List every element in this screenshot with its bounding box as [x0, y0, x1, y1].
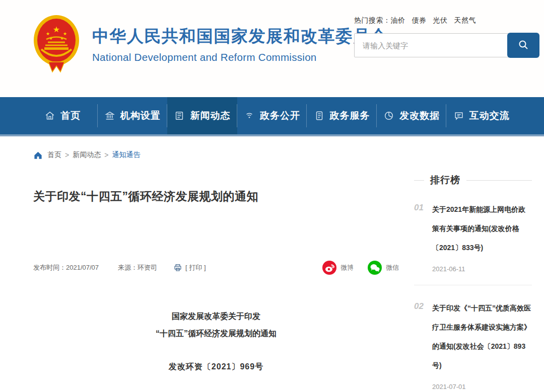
article-body: 国家发展改革委关于印发 “十四五”循环经济发展规划的通知 发改环资〔2021〕9… [33, 308, 399, 375]
page: ★ ★ ★ ★ ★ 中华人民共和国国家发展和改革委员会 National Dev… [0, 0, 544, 392]
ranking-item-date: 2021-07-01 [432, 383, 532, 390]
publish-time-label: 发布时间： [33, 264, 66, 271]
ranking-item-link[interactable]: 关于印发《“十四五”优质高效医疗卫生服务体系建设实施方案》的通知(发改社会〔20… [432, 298, 532, 375]
print-label: [ 打印 ] [185, 263, 206, 272]
nav-item-news[interactable]: 新闻动态 [167, 97, 237, 134]
breadcrumb-separator: > [104, 151, 108, 159]
breadcrumb-item-home[interactable]: 首页 [47, 150, 61, 160]
pie-chart-icon [383, 110, 394, 121]
weibo-icon [322, 261, 336, 275]
hot-search-link-pv[interactable]: 光伏 [433, 16, 448, 24]
search-input[interactable] [354, 33, 509, 57]
site-header: ★ ★ ★ ★ ★ 中华人民共和国国家发展和改革委员会 National Dev… [0, 0, 544, 97]
bank-icon [104, 110, 115, 121]
search-bar [354, 33, 539, 58]
page-title: 关于印发“十四五”循环经济发展规划的通知 [33, 189, 399, 204]
document-number: 发改环资〔2021〕969号 [33, 358, 399, 375]
print-button[interactable]: [ 打印 ] [173, 263, 206, 272]
site-title-en: National Development and Reform Commissi… [92, 51, 388, 63]
rank-number: 01 [414, 200, 432, 273]
publish-time-value: 2021/07/07 [66, 264, 99, 271]
hot-search-link-bond[interactable]: 债券 [412, 16, 427, 24]
site-titles: 中华人民共和国国家发展和改革委员会 National Development a… [92, 25, 388, 63]
nav-label: 首页 [60, 109, 81, 122]
article-meta: 发布时间：2021/07/07 来源：环资司 [ 打印 ] [33, 261, 399, 275]
breadcrumb-home-icon [33, 150, 43, 160]
nav-item-gov-disclosure[interactable]: 政务公开 [237, 97, 307, 134]
breadcrumb-separator: > [65, 151, 69, 159]
hot-search-link-gas[interactable]: 天然气 [454, 16, 477, 24]
breadcrumb-item-news[interactable]: 新闻动态 [73, 150, 101, 160]
source-label: 来源： [118, 264, 138, 271]
printer-icon [173, 263, 182, 272]
ranking-header: 排行榜 [414, 174, 532, 187]
nav-label: 互动交流 [469, 109, 510, 122]
article-body-line2: “十四五”循环经济发展规划的通知 [33, 325, 399, 342]
source: 来源：环资司 [118, 263, 157, 272]
article: 关于印发“十四五”循环经济发展规划的通知 发布时间：2021/07/07 来源：… [0, 163, 414, 375]
document-icon [314, 110, 325, 121]
rank-number: 02 [414, 298, 432, 390]
share-bar: 微博 微信 [308, 261, 399, 275]
publish-time: 发布时间：2021/07/07 [33, 263, 99, 272]
share-weibo-label: 微博 [341, 263, 354, 272]
nav-label: 政务公开 [260, 109, 300, 122]
national-emblem-logo[interactable]: ★ ★ ★ ★ ★ [31, 13, 82, 76]
national-emblem-icon: ★ ★ ★ ★ ★ [31, 67, 82, 76]
ranking-item-2: 02 关于印发《“十四五”优质高效医疗卫生服务体系建设实施方案》的通知(发改社会… [414, 285, 532, 392]
share-wechat-button[interactable]: 微信 [368, 261, 399, 275]
hot-search-label: 热门搜索： [354, 16, 391, 24]
nav-item-home[interactable]: 首页 [28, 97, 98, 134]
ranking-sidebar: 排行榜 01 关于2021年新能源上网电价政策有关事项的通知(发改价格〔2021… [414, 174, 544, 392]
wechat-icon [368, 261, 382, 275]
content: 关于印发“十四五”循环经济发展规划的通知 发布时间：2021/07/07 来源：… [0, 163, 544, 392]
news-icon [174, 110, 185, 121]
divider [414, 180, 424, 181]
nav-label: 发改数据 [399, 109, 440, 122]
home-icon [44, 110, 55, 121]
search-button[interactable] [507, 33, 539, 58]
ranking-item-date: 2021-06-11 [432, 265, 532, 273]
ranking-item-1: 01 关于2021年新能源上网电价政策有关事项的通知(发改价格〔2021〕833… [414, 187, 532, 285]
breadcrumb-item-notices[interactable]: 通知通告 [112, 150, 140, 160]
main-nav: 首页 机构设置 新闻动态 [0, 97, 544, 136]
nav-item-ndrc-data[interactable]: 发改数据 [377, 97, 447, 134]
breadcrumb: 首页 > 新闻动态 > 通知通告 [0, 136, 544, 163]
hot-search-bar: 热门搜索：油价债券光伏天然气 [354, 16, 539, 25]
ranking-title: 排行榜 [430, 174, 460, 187]
chat-icon [453, 110, 464, 121]
nav-item-gov-services[interactable]: 政务服务 [307, 97, 377, 134]
nav-label: 新闻动态 [190, 109, 230, 122]
share-weibo-button[interactable]: 微博 [322, 261, 354, 275]
site-title-zh: 中华人民共和国国家发展和改革委员会 [92, 25, 388, 48]
header-right: 热门搜索：油价债券光伏天然气 [354, 16, 539, 58]
ranking-item-link[interactable]: 关于2021年新能源上网电价政策有关事项的通知(发改价格〔2021〕833号) [432, 200, 532, 257]
magnifier-icon [517, 39, 529, 52]
nav-item-organization[interactable]: 机构设置 [98, 97, 168, 134]
nav-label: 政务服务 [330, 109, 370, 122]
share-wechat-label: 微信 [386, 263, 399, 272]
hot-search-link-oil[interactable]: 油价 [391, 16, 405, 24]
divider [466, 180, 532, 181]
article-body-line1: 国家发展改革委关于印发 [33, 308, 399, 325]
svg-text:★: ★ [53, 25, 60, 34]
broadcast-icon [244, 110, 255, 121]
source-value: 环资司 [138, 264, 157, 271]
nav-item-interaction[interactable]: 互动交流 [446, 97, 516, 134]
nav-label: 机构设置 [120, 109, 161, 122]
